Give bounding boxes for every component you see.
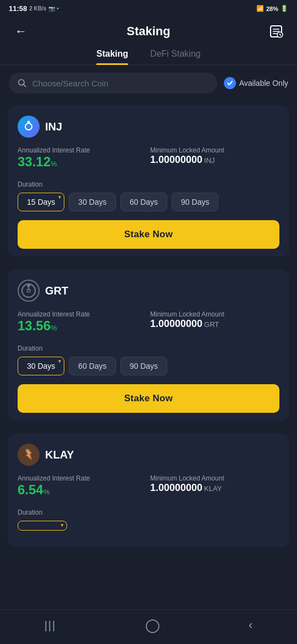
search-icon	[18, 78, 27, 88]
history-button[interactable]	[266, 21, 286, 41]
inj-rate-value: 33.12%	[18, 154, 147, 170]
available-only-check	[224, 77, 236, 89]
status-bar: 11:58 2 KB/s 📷 • 📶 28% 🔋	[0, 0, 297, 15]
available-only-toggle[interactable]: Available Only	[224, 77, 288, 89]
grt-duration-90[interactable]: 90 Days	[120, 357, 167, 375]
header: ← Staking	[0, 15, 297, 46]
klay-logo	[18, 444, 40, 466]
inj-duration-60[interactable]: 60 Days	[120, 193, 167, 211]
coin-card-inj: INJ Annualized Interest Rate 33.12% Mini…	[8, 106, 289, 256]
klay-duration-label: Duration	[18, 509, 279, 516]
grt-rate-value: 13.56%	[18, 318, 147, 334]
grt-duration-pills: 30 Days 60 Days 90 Days	[18, 357, 279, 375]
inj-duration-label: Duration	[18, 181, 279, 188]
inj-rate-label: Annualized Interest Rate	[18, 146, 147, 154]
nav-home-button[interactable]: ◯	[145, 618, 160, 633]
klay-symbol: KLAY	[45, 449, 74, 461]
coin-header-klay: KLAY	[18, 444, 279, 466]
back-button[interactable]: ←	[11, 21, 31, 41]
status-battery: 28%	[266, 6, 278, 12]
klay-min-label: Minimum Locked Amount	[150, 474, 279, 482]
inj-duration-pills: 15 Days 30 Days 60 Days 90 Days	[18, 193, 279, 211]
klay-info-grid: Annualized Interest Rate 6.54% Minimum L…	[18, 474, 279, 503]
klay-duration-selected[interactable]	[18, 521, 67, 531]
grt-stake-button[interactable]: Stake Now	[18, 384, 279, 413]
status-icons: 📷 •	[48, 6, 58, 12]
inj-duration-90[interactable]: 90 Days	[172, 193, 218, 211]
inj-symbol: INJ	[45, 121, 62, 133]
grt-min-label: Minimum Locked Amount	[150, 310, 279, 318]
grt-min-value: 1.00000000GRT	[150, 318, 279, 330]
grt-duration-60[interactable]: 60 Days	[69, 357, 116, 375]
grt-duration-30[interactable]: 30 Days	[18, 357, 64, 375]
svg-line-8	[24, 84, 26, 86]
page-title: Staking	[127, 24, 170, 39]
coin-header-inj: INJ	[18, 116, 279, 138]
klay-rate-label: Annualized Interest Rate	[18, 474, 147, 482]
grt-duration-label: Duration	[18, 345, 279, 352]
inj-duration-30[interactable]: 30 Days	[69, 193, 116, 211]
klay-min-value: 1.00000000KLAY	[150, 482, 279, 494]
tabs-bar: Staking DeFi Staking	[0, 46, 297, 65]
coin-card-klay: KLAY Annualized Interest Rate 6.54% Mini…	[8, 434, 289, 547]
status-signal: 📶	[256, 5, 264, 12]
grt-rate-label: Annualized Interest Rate	[18, 310, 147, 318]
inj-min-value: 1.00000000INJ	[150, 154, 279, 166]
inj-info-grid: Annualized Interest Rate 33.12% Minimum …	[18, 146, 279, 175]
inj-stake-button[interactable]: Stake Now	[18, 220, 279, 249]
klay-rate-value: 6.54%	[18, 482, 147, 498]
nav-menu-button[interactable]: |||	[45, 619, 57, 632]
status-battery-icon: 🔋	[280, 5, 288, 12]
svg-point-12	[28, 121, 30, 124]
available-only-label: Available Only	[239, 79, 288, 88]
bottom-nav: ||| ◯ ‹	[0, 609, 297, 644]
grt-symbol: GRT	[45, 285, 68, 297]
coin-card-grt: GRT Annualized Interest Rate 13.56% Mini…	[8, 270, 289, 421]
nav-back-button[interactable]: ‹	[249, 618, 252, 632]
inj-min-label: Minimum Locked Amount	[150, 146, 279, 154]
grt-info-grid: Annualized Interest Rate 13.56% Minimum …	[18, 310, 279, 339]
search-wrap[interactable]	[9, 73, 217, 94]
grt-logo	[18, 280, 40, 302]
tab-staking[interactable]: Staking	[96, 49, 128, 64]
coin-header-grt: GRT	[18, 280, 279, 302]
status-time: 11:58	[9, 4, 27, 13]
inj-logo	[18, 116, 40, 138]
klay-duration-pills	[18, 521, 279, 531]
status-network: 2 KB/s	[29, 6, 46, 12]
tab-defi-staking[interactable]: DeFi Staking	[150, 49, 201, 64]
svg-point-15	[28, 285, 30, 287]
search-input[interactable]	[32, 79, 208, 88]
search-row: Available Only	[0, 65, 297, 101]
inj-duration-15[interactable]: 15 Days	[18, 193, 64, 211]
